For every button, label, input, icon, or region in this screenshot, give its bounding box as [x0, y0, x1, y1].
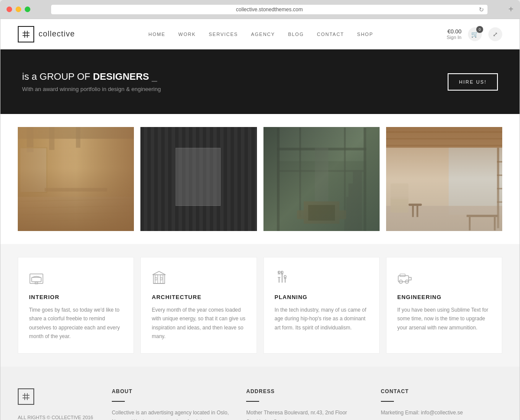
svg-rect-53: [276, 170, 366, 172]
svg-rect-42: [252, 127, 257, 231]
nav-home[interactable]: HOME: [149, 32, 166, 37]
portfolio-image-3: [263, 127, 380, 231]
share-button[interactable]: ⤢: [488, 27, 502, 41]
svg-rect-14: [20, 148, 47, 192]
services-section: INTERIOR Time goes by fast, so today we'…: [0, 244, 520, 367]
nav-services[interactable]: SERVICES: [209, 32, 238, 37]
svg-rect-45: [140, 127, 167, 139]
svg-rect-9: [18, 197, 134, 231]
nav-shop[interactable]: SHOP: [357, 32, 373, 37]
logo[interactable]: collective: [18, 26, 75, 42]
footer-address-line: [246, 401, 259, 402]
portfolio-grid: [18, 127, 502, 231]
service-title-interior: INTERIOR: [29, 294, 123, 300]
svg-rect-37: [230, 127, 233, 231]
svg-rect-22: [163, 127, 166, 231]
portfolio-item-2[interactable]: [140, 127, 257, 231]
footer-contact-col: CONTACT Marketing Email: info@collective…: [381, 388, 502, 420]
portfolio-image-1: [18, 127, 134, 231]
service-title-engineering: ENGINEERING: [397, 294, 491, 300]
browser-address-bar[interactable]: collective.stonedthemes.com ↻: [51, 5, 488, 14]
svg-rect-19: [150, 127, 153, 231]
svg-rect-21: [159, 127, 162, 231]
footer-address-col: ADDRESS Mother Theresa Boulevard, nr.43,…: [246, 388, 367, 420]
svg-line-13: [18, 219, 134, 221]
svg-rect-85: [160, 275, 163, 283]
nav-blog[interactable]: BLOG: [288, 32, 304, 37]
svg-rect-72: [466, 215, 497, 217]
cart-button[interactable]: 🛒 0: [468, 27, 482, 41]
logo-icon: [18, 26, 34, 42]
svg-rect-23: [167, 127, 170, 231]
browser-maximize-dot[interactable]: [25, 7, 30, 12]
service-card-engineering: ENGINEERING If you have been using Subli…: [386, 257, 502, 354]
svg-rect-75: [497, 148, 499, 228]
footer-copyright: ALL RIGHTS © COLLECTIVE 2016 Another awa…: [18, 413, 99, 420]
svg-rect-55: [303, 202, 339, 224]
svg-rect-50: [344, 127, 345, 217]
svg-point-100: [284, 276, 286, 278]
service-card-architecture: ARCHITECTURE Every month of the year com…: [140, 257, 257, 354]
hero-banner: is a GROUP OF DESIGNERS _ With an award …: [0, 49, 520, 114]
svg-line-10: [18, 199, 134, 201]
browser-minimize-dot[interactable]: [16, 7, 21, 12]
svg-rect-5: [18, 127, 134, 139]
svg-rect-8: [76, 127, 80, 148]
svg-rect-7: [49, 127, 54, 150]
share-icon: ⤢: [493, 31, 498, 38]
svg-line-11: [18, 206, 134, 208]
svg-rect-82: [35, 282, 38, 284]
svg-rect-69: [416, 206, 418, 217]
logo-text: collective: [39, 29, 75, 39]
svg-rect-32: [208, 127, 211, 231]
footer-email-label: Marketing Email:: [381, 410, 419, 416]
nav-work[interactable]: WORK: [179, 32, 196, 37]
portfolio-item-4[interactable]: [386, 127, 502, 231]
svg-rect-49: [299, 127, 301, 217]
hire-us-button[interactable]: HIRE US!: [448, 73, 498, 91]
svg-rect-59: [315, 148, 328, 202]
svg-rect-61: [386, 127, 502, 148]
portfolio-item-3[interactable]: [263, 127, 380, 231]
svg-rect-81: [32, 277, 41, 282]
svg-rect-28: [190, 127, 193, 231]
portfolio-item-1[interactable]: [18, 127, 134, 231]
svg-rect-16: [140, 127, 257, 231]
svg-rect-15: [45, 188, 107, 192]
svg-rect-77: [497, 175, 502, 176]
footer-logo: [18, 388, 34, 405]
nav-contact[interactable]: CONTACT: [317, 32, 344, 37]
service-desc-engineering: If you have been using Sublime Text for …: [397, 306, 491, 332]
svg-line-12: [18, 212, 134, 215]
svg-rect-39: [239, 127, 242, 231]
svg-rect-87: [160, 277, 162, 280]
hero-cursor: _: [152, 71, 157, 82]
svg-rect-79: [497, 202, 502, 203]
footer-about-text: Collective is an advertising agency loca…: [112, 408, 233, 420]
main-nav: HOME WORK SERVICES AGENCY BLOG CONTACT S…: [149, 32, 374, 37]
portfolio-section: [0, 114, 520, 244]
service-title-architecture: ARCHITECTURE: [152, 294, 245, 300]
svg-rect-51: [364, 127, 366, 231]
svg-rect-6: [27, 127, 33, 152]
browser-close-dot[interactable]: [6, 7, 12, 12]
svg-rect-47: [276, 127, 366, 161]
nav-agency[interactable]: AGENCY: [251, 32, 275, 37]
refresh-icon[interactable]: ↻: [479, 6, 484, 13]
svg-rect-56: [308, 205, 335, 221]
logo-symbol: [22, 30, 30, 39]
svg-rect-44: [212, 152, 234, 188]
footer-email-value[interactable]: info@collective.se: [421, 410, 463, 416]
browser-chrome: collective.stonedthemes.com ↻ + collecti…: [0, 0, 520, 420]
footer-about-col: ABOUT Collective is an advertising agenc…: [112, 388, 233, 420]
svg-rect-36: [225, 127, 228, 231]
footer-logo-col: ALL RIGHTS © COLLECTIVE 2016 Another awa…: [18, 388, 99, 420]
svg-rect-74: [494, 217, 495, 231]
planning-icon: [275, 270, 368, 287]
svg-rect-86: [155, 277, 157, 280]
svg-rect-41: [248, 127, 251, 231]
engineering-icon: [397, 270, 491, 287]
sign-in-link[interactable]: Sign In: [447, 35, 462, 40]
new-tab-button[interactable]: +: [508, 4, 514, 14]
footer-about-title: ABOUT: [112, 388, 233, 394]
